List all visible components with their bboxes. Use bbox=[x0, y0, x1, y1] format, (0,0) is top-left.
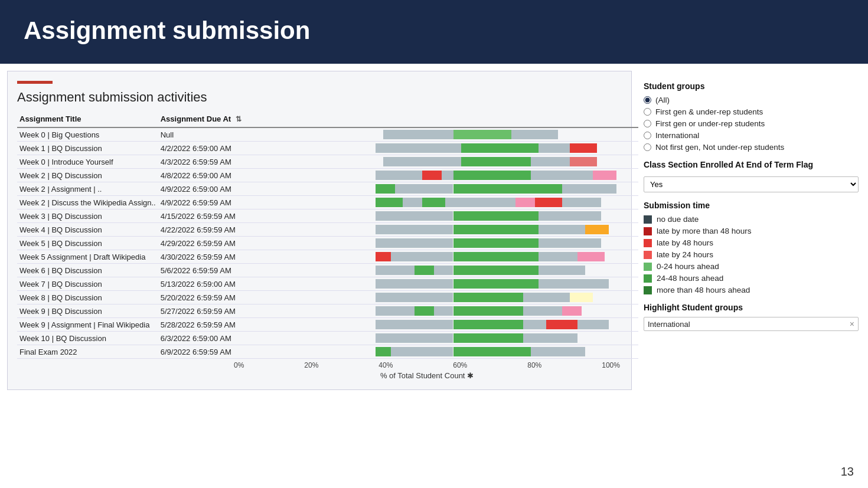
row-title: Week 6 | BQ Discussion bbox=[17, 264, 158, 277]
page-title: Assignment submission bbox=[24, 17, 844, 45]
row-chart bbox=[245, 332, 638, 345]
row-title: Week 2 | Assignment | .. bbox=[17, 182, 158, 196]
bar-segment bbox=[539, 279, 585, 289]
bar-segment bbox=[376, 211, 453, 221]
xaxis-label: 40% bbox=[378, 361, 393, 369]
bar-segment bbox=[376, 225, 453, 234]
bar-segment bbox=[376, 266, 415, 275]
bar-segment bbox=[523, 333, 577, 343]
row-due: 6/9/2022 6:59:59 AM bbox=[158, 345, 245, 359]
header: Assignment submission bbox=[0, 0, 868, 64]
table-row: Week 4 | BQ Discussion4/22/2022 6:59:59 … bbox=[17, 223, 638, 237]
bar-segment bbox=[376, 143, 461, 153]
table-row: Week 2 | Discuss the Wikipedia Assign..4… bbox=[17, 196, 638, 209]
bar-segment bbox=[539, 252, 577, 261]
legend-container: no due datelate by more than 48 hourslat… bbox=[644, 215, 859, 294]
bar-segment bbox=[531, 347, 585, 356]
bar-segment bbox=[531, 171, 593, 180]
legend-color-box bbox=[644, 274, 652, 283]
row-title: Final Exam 2022 bbox=[17, 345, 158, 359]
bar-segment bbox=[434, 266, 453, 275]
bar-segment bbox=[453, 347, 531, 356]
table-row: Week 2 | Assignment | ..4/9/2022 6:59:00… bbox=[17, 182, 638, 196]
student-group-radio[interactable] bbox=[644, 132, 651, 139]
close-icon[interactable]: × bbox=[850, 319, 854, 329]
bar-segment bbox=[461, 143, 539, 153]
bar-segment bbox=[376, 333, 453, 343]
row-due: 4/9/2022 6:59:00 AM bbox=[158, 182, 245, 196]
bar-segment bbox=[453, 252, 539, 261]
bar-segment bbox=[445, 198, 515, 207]
bar-segment bbox=[539, 143, 570, 153]
legend-label: late by more than 48 hours bbox=[657, 227, 752, 235]
bar-segment bbox=[453, 279, 539, 289]
row-title: Week 0 | Introduce Yourself bbox=[17, 155, 158, 169]
row-chart bbox=[245, 304, 638, 318]
bar-segment bbox=[442, 171, 453, 180]
row-due: 4/3/2022 6:59:59 AM bbox=[158, 155, 245, 169]
xaxis-label: 0% bbox=[234, 361, 244, 369]
row-due: Null bbox=[158, 127, 245, 142]
xaxis-row: 0%20%40%60%80%100% bbox=[17, 361, 624, 369]
xaxis-label: 20% bbox=[304, 361, 318, 369]
sort-icon[interactable]: ⇅ bbox=[236, 115, 242, 123]
row-chart bbox=[245, 277, 638, 291]
student-group-radio[interactable] bbox=[644, 120, 651, 127]
bar-segment bbox=[376, 171, 422, 180]
bar-segment bbox=[539, 211, 601, 221]
legend-item: late by more than 48 hours bbox=[644, 227, 859, 235]
col-header-chart bbox=[245, 112, 638, 127]
row-title: Week 5 Assignment | Draft Wikipedia bbox=[17, 250, 158, 264]
bar-segment bbox=[376, 279, 453, 289]
row-title: Week 9 | BQ Discussion bbox=[17, 304, 158, 318]
bar-segment bbox=[562, 184, 616, 194]
student-group-radio[interactable] bbox=[644, 143, 651, 151]
highlight-title: Highlight Student groups bbox=[644, 303, 859, 312]
student-group-label: International bbox=[655, 131, 699, 140]
table-row: Week 5 Assignment | Draft Wikipedia4/30/… bbox=[17, 250, 638, 264]
row-due: 4/22/2022 6:59:59 AM bbox=[158, 223, 245, 237]
bar-segment bbox=[453, 306, 523, 316]
row-title: Week 5 | BQ Discussion bbox=[17, 237, 158, 250]
highlight-group-input: International × bbox=[644, 317, 859, 331]
row-due: 4/30/2022 6:59:59 AM bbox=[158, 250, 245, 264]
bar-segment bbox=[523, 293, 570, 302]
bar-segment bbox=[539, 238, 601, 248]
row-chart bbox=[245, 142, 638, 155]
student-group-label: First gen or under-rep students bbox=[655, 119, 765, 128]
row-chart bbox=[245, 345, 638, 359]
row-title: Week 3 | BQ Discussion bbox=[17, 209, 158, 223]
legend-color-box bbox=[644, 215, 652, 224]
legend-item: late by 48 hours bbox=[644, 238, 859, 247]
bar-segment bbox=[515, 198, 535, 207]
legend-color-box bbox=[644, 239, 652, 247]
xaxis-label: 100% bbox=[602, 361, 620, 369]
row-due: 5/27/2022 6:59:59 AM bbox=[158, 304, 245, 318]
legend-color-box bbox=[644, 227, 652, 235]
row-due: 6/3/2022 6:59:00 AM bbox=[158, 332, 245, 345]
bar-segment bbox=[539, 266, 585, 275]
class-section-select[interactable]: Yes bbox=[644, 176, 859, 192]
row-due: 4/2/2022 6:59:00 AM bbox=[158, 142, 245, 155]
row-title: Week 8 | BQ Discussion bbox=[17, 291, 158, 304]
bar-segment bbox=[461, 157, 531, 166]
table-row: Week 5 | BQ Discussion4/29/2022 6:59:59 … bbox=[17, 237, 638, 250]
row-due: 5/28/2022 6:59:59 AM bbox=[158, 318, 245, 332]
student-groups-radio: (All)First gen & under-rep studentsFirst… bbox=[644, 96, 859, 152]
table-row: Week 0 | Introduce Yourself4/3/2022 6:59… bbox=[17, 155, 638, 169]
col-header-title: Assignment Title bbox=[17, 112, 158, 127]
legend-label: no due date bbox=[657, 215, 699, 224]
bar-segment bbox=[434, 306, 453, 316]
legend-color-box bbox=[644, 263, 652, 271]
legend-item: 0-24 hours ahead bbox=[644, 262, 859, 271]
bar-segment bbox=[376, 293, 453, 302]
row-title: Week 0 | Big Questions bbox=[17, 127, 158, 142]
bar-segment bbox=[453, 266, 539, 275]
bar-segment bbox=[395, 184, 453, 194]
student-group-radio[interactable] bbox=[644, 96, 651, 104]
bar-segment bbox=[577, 320, 609, 329]
bar-segment bbox=[376, 320, 453, 329]
bar-segment bbox=[562, 198, 601, 207]
row-due: 4/9/2022 6:59:59 AM bbox=[158, 196, 245, 209]
student-group-radio[interactable] bbox=[644, 108, 651, 116]
